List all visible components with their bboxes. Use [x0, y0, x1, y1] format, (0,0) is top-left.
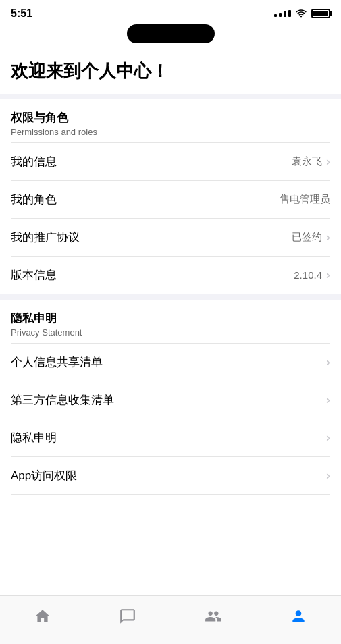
- third-party-info-label: 第三方信息收集清单: [11, 392, 114, 408]
- privacy-statement-item[interactable]: 隐私申明 ›: [0, 419, 341, 456]
- version-info-right: 2.10.4 ›: [294, 268, 330, 282]
- tab-bar: [0, 595, 341, 644]
- permissions-section: 权限与角色 Permissions and roles 我的信息 袁永飞 › 我…: [0, 99, 341, 294]
- my-info-value: 袁永飞: [292, 155, 322, 168]
- version-info-value: 2.10.4: [294, 269, 322, 281]
- personal-info-share-chevron: ›: [326, 355, 330, 369]
- my-agreement-label: 我的推广协议: [11, 230, 80, 245]
- app-access-permissions-right: ›: [326, 468, 330, 483]
- privacy-statement-label: 隐私申明: [11, 430, 57, 446]
- personal-info-share-right: ›: [326, 355, 330, 369]
- my-agreement-value: 已签约: [292, 231, 322, 244]
- section-divider-mid: [0, 294, 341, 300]
- my-agreement-right: 已签约 ›: [292, 230, 330, 244]
- signal-icon: [274, 10, 291, 17]
- version-info-item[interactable]: 版本信息 2.10.4 ›: [0, 257, 341, 294]
- my-role-value: 售电管理员: [280, 193, 330, 206]
- personal-info-share-label: 个人信息共享清单: [11, 354, 103, 370]
- my-role-right: 售电管理员: [280, 193, 330, 206]
- privacy-title-en: Privacy Statement: [11, 327, 330, 338]
- status-time: 5:51: [11, 7, 32, 20]
- tab-profile[interactable]: [256, 607, 341, 626]
- section-divider-top: [0, 94, 341, 99]
- privacy-section-header: 隐私申明 Privacy Statement: [0, 300, 341, 343]
- third-party-info-chevron: ›: [326, 393, 330, 407]
- tab-team[interactable]: [171, 607, 256, 626]
- privacy-statement-right: ›: [326, 431, 330, 445]
- page-header: 欢迎来到个人中心！: [0, 46, 341, 94]
- third-party-info-right: ›: [326, 393, 330, 407]
- battery-icon: [311, 9, 330, 18]
- tab-home[interactable]: [0, 607, 85, 626]
- my-info-right: 袁永飞 ›: [292, 155, 330, 169]
- page-title: 欢迎来到个人中心！: [11, 59, 330, 83]
- status-icons: [274, 8, 330, 20]
- permissions-title-en: Permissions and roles: [11, 127, 330, 137]
- my-agreement-item[interactable]: 我的推广协议 已签约 ›: [0, 219, 341, 256]
- app-access-permissions-item[interactable]: App访问权限 ›: [0, 457, 341, 494]
- app-access-permissions-label: App访问权限: [11, 468, 77, 483]
- my-role-item[interactable]: 我的角色 售电管理员: [0, 181, 341, 218]
- team-icon: [204, 607, 223, 626]
- privacy-title-zh: 隐私申明: [11, 311, 330, 326]
- my-agreement-chevron: ›: [326, 230, 330, 244]
- message-icon: [118, 607, 137, 626]
- privacy-statement-chevron: ›: [326, 431, 330, 445]
- my-info-chevron: ›: [326, 155, 330, 169]
- status-bar: 5:51: [0, 0, 341, 24]
- personal-info-share-item[interactable]: 个人信息共享清单 ›: [0, 344, 341, 381]
- version-info-label: 版本信息: [11, 267, 57, 283]
- my-role-label: 我的角色: [11, 192, 57, 207]
- my-info-label: 我的信息: [11, 154, 57, 169]
- home-icon: [33, 607, 52, 626]
- dynamic-island: [127, 24, 215, 43]
- wifi-icon: [295, 8, 307, 20]
- third-party-info-item[interactable]: 第三方信息收集清单 ›: [0, 381, 341, 419]
- app-access-permissions-chevron: ›: [326, 468, 330, 483]
- privacy-section: 隐私申明 Privacy Statement 个人信息共享清单 › 第三方信息收…: [0, 300, 341, 495]
- tab-message[interactable]: [85, 607, 170, 626]
- my-info-item[interactable]: 我的信息 袁永飞 ›: [0, 143, 341, 180]
- version-info-chevron: ›: [326, 268, 330, 282]
- permissions-title-zh: 权限与角色: [11, 110, 330, 126]
- permissions-section-header: 权限与角色 Permissions and roles: [0, 99, 341, 142]
- profile-icon: [289, 607, 308, 626]
